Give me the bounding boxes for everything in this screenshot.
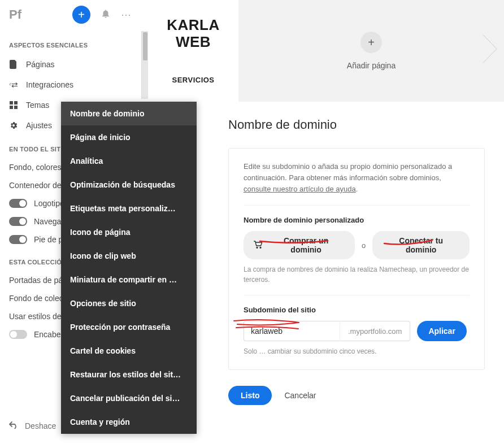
canvas-add-page-area: + Añadir página [238,0,504,102]
scrollbar-thumb[interactable] [143,32,147,60]
nav-label: Temas [26,101,49,110]
menu-analytics[interactable]: Analítica [61,149,197,173]
section-essentials-label: ASPECTOS ESENCIALES [0,32,141,54]
site-nav-link[interactable]: SERVICIOS [148,76,238,84]
svg-point-5 [260,247,261,248]
nav-pages[interactable]: Páginas [0,54,141,75]
divider [244,205,470,206]
subdomain-note: Solo … cambiar su subdominio cinco veces… [244,347,470,356]
button-label: Comprar un dominio [267,236,345,254]
buy-domain-button[interactable]: Comprar un dominio [244,231,355,259]
panel-title: Nombre de dominio [228,117,485,132]
buy-domain-note: La compra de nombres de dominio la reali… [244,265,470,285]
apply-button[interactable]: Aplicar [417,321,466,341]
cart-icon [254,241,263,250]
menu-unpublish[interactable]: Cancelar publicación del si… [61,386,197,410]
menu-restore-styles[interactable]: Restaurar los estilos del sit… [61,363,197,386]
nav-label: Páginas [26,60,55,69]
menu-share-thumb[interactable]: Miniatura de compartir en … [61,268,197,291]
svg-point-4 [257,247,258,248]
pages-icon [9,60,18,69]
app-logo: Pf [9,7,68,22]
title-line: KARLA [167,16,220,33]
item-label: Contenedor de [9,181,62,190]
undo-button[interactable]: Deshace [0,414,65,437]
menu-domain[interactable]: Nombre de dominio [61,102,197,125]
svg-rect-1 [14,101,18,105]
add-button[interactable]: + [72,6,90,24]
plus-icon: + [78,8,85,21]
item-label: Logotipo [34,199,64,208]
menu-meta-tags[interactable]: Etiquetas meta personaliz… [61,197,197,220]
menu-password[interactable]: Protección por contraseña [61,315,197,339]
custom-domain-label: Nombre de dominio personalizado [244,216,470,224]
or-separator: o [362,241,366,250]
themes-icon [9,101,18,109]
chevron-right-icon[interactable] [483,34,497,68]
divider [244,295,470,295]
menu-webclip[interactable]: Icono de clip web [61,244,197,268]
item-label: Fondo de colec [9,294,63,303]
connect-domain-button[interactable]: Conectar tu dominio [372,231,470,259]
add-page-button[interactable]: + [360,32,382,53]
toggle-navigation[interactable] [9,217,27,226]
subdomain-suffix: .myportfolio.com [340,321,410,341]
item-label: Usar estilos de [9,312,62,321]
more-icon[interactable]: ⋯ [121,8,132,21]
item-label: Portadas de pá [9,276,63,285]
subdomain-row: .myportfolio.com Aplicar [244,321,470,341]
svg-rect-3 [14,106,18,109]
toggle-header[interactable] [9,330,27,339]
nav-label: Integraciones [26,80,73,89]
domain-card: Edite su subdominio o añada su propio do… [228,148,485,370]
menu-seo[interactable]: Optimización de búsquedas [61,173,197,197]
item-label: Fondo, colores [9,163,62,172]
undo-label: Deshace [25,421,56,430]
menu-homepage[interactable]: Página de inicio [61,125,197,149]
panel-footer: Listo Cancelar [228,386,485,405]
done-button[interactable]: Listo [228,386,272,405]
domain-description: Edite su subdominio o añada su propio do… [244,161,470,195]
gear-icon [9,121,18,130]
topbar: Pf + ⋯ [0,0,141,32]
integrations-icon: ⇄ [9,80,18,89]
cancel-button[interactable]: Cancelar [284,391,316,400]
toggle-footer[interactable] [9,235,27,244]
undo-icon [9,421,18,430]
menu-cookies[interactable]: Cartel de cookies [61,339,197,363]
site-title: KARLA WEB [148,17,238,51]
button-label: Conectar tu dominio [383,236,459,254]
desc-text: Edite su subdominio o añada su propio do… [244,162,452,182]
menu-account[interactable]: Cuenta y región [61,410,197,434]
title-line: WEB [176,33,211,50]
sidebar-scrollbar[interactable] [141,31,148,99]
nav-label: Ajustes [26,121,52,130]
toggle-logo[interactable] [9,199,27,208]
plus-icon: + [368,36,375,49]
site-preview-header: KARLA WEB SERVICIOS [148,0,238,84]
menu-favicon[interactable]: Icono de página [61,220,197,244]
domain-button-row: Comprar un dominio o Conectar tu dominio [244,231,470,259]
settings-menu: Nombre de dominio Página de inicio Analí… [61,102,197,434]
nav-integrations[interactable]: ⇄ Integraciones [0,75,141,95]
subdomain-input[interactable] [244,321,340,341]
notifications-icon[interactable] [101,8,111,21]
svg-rect-2 [10,106,13,109]
help-article-link[interactable]: consulte nuestro artículo de ayuda [244,185,356,193]
add-page-label: Añadir página [347,61,396,70]
domain-settings-panel: Nombre de dominio Edite su subdominio o … [209,102,504,444]
menu-site-options[interactable]: Opciones de sitio [61,291,197,315]
subdomain-label: Subdominio del sitio [244,306,470,314]
svg-rect-0 [10,101,13,105]
